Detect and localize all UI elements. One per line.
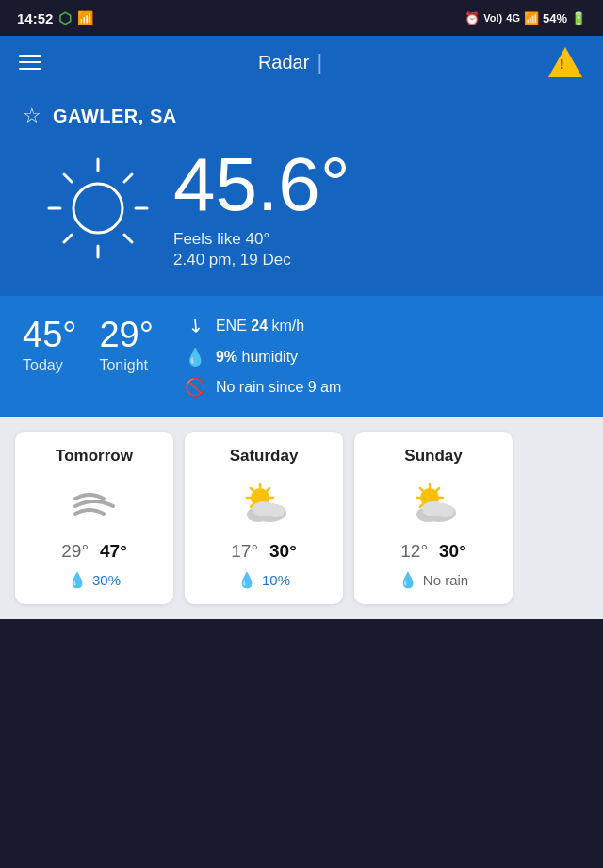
- tonight-col: 29° Tonight: [99, 315, 153, 374]
- forecast-card-saturday[interactable]: Saturday 17° 30°: [185, 432, 343, 604]
- forecast-temps-tomorrow: 29° 47°: [61, 541, 126, 562]
- sun-icon: [23, 152, 173, 265]
- forecast-temps-saturday: 17° 30°: [231, 541, 296, 562]
- svg-line-7: [64, 235, 72, 242]
- svg-line-17: [251, 504, 253, 507]
- forecast-rain-label-saturday: 10%: [262, 572, 290, 588]
- today-label: Today: [23, 357, 63, 374]
- forecast-low-tomorrow: 29°: [61, 541, 89, 562]
- nav-divider: |: [317, 50, 322, 74]
- forecast-rain-tomorrow: 💧 30%: [68, 571, 121, 589]
- status-bar: 14:52 ⬡ 📶 ⏰ Vol) 4G 📶 54% 🔋: [0, 0, 603, 36]
- status-time: 14:52: [17, 10, 53, 26]
- wind-row: ↖ ENE 24 km/h: [184, 315, 580, 337]
- forecast-low-sunday: 12°: [400, 541, 428, 562]
- signal-icon: 📶: [524, 11, 539, 25]
- forecast-high-tomorrow: 47°: [100, 541, 127, 562]
- forecast-section: Tomorrow 29° 47° 💧 30% Saturday: [0, 417, 603, 619]
- battery-icon: 🔋: [571, 11, 586, 25]
- alarm-icon: ⏰: [464, 11, 480, 25]
- app-icon-1: ⬡: [58, 9, 72, 27]
- humidity-row: 💧 9% humidity: [184, 347, 580, 368]
- battery-percent: 54%: [543, 11, 567, 25]
- today-tonight: 45° Today 29° Tonight: [23, 315, 154, 374]
- wind-value: ENE 24 km/h: [216, 318, 304, 335]
- forecast-rain-saturday: 💧 10%: [237, 571, 290, 589]
- svg-line-27: [420, 488, 423, 491]
- network-icon: 4G: [506, 12, 520, 24]
- wind-icon: ↖: [179, 310, 211, 342]
- forecast-day-saturday: Saturday: [230, 447, 299, 466]
- forecast-rain-sunday: 💧 No rain: [399, 571, 468, 589]
- forecast-high-sunday: 30°: [439, 541, 466, 562]
- main-temperature: 45.6°: [173, 147, 580, 222]
- svg-line-16: [267, 488, 269, 491]
- warning-icon: [548, 47, 582, 77]
- svg-point-8: [73, 184, 122, 233]
- forecast-icon-saturday: [234, 477, 294, 530]
- weather-main: ☆ GAWLER, SA 45.6° Feels like 40° 2.40 p…: [0, 89, 603, 296]
- tonight-label: Tonight: [99, 357, 148, 374]
- svg-line-6: [124, 174, 132, 182]
- rain-drop-icon-saturday: 💧: [237, 571, 256, 589]
- menu-button[interactable]: [19, 55, 41, 70]
- rain-row: 🚫 No rain since 9 am: [184, 377, 580, 398]
- forecast-high-saturday: 30°: [269, 541, 297, 562]
- svg-line-29: [436, 488, 439, 491]
- forecast-day-sunday: Sunday: [404, 447, 462, 466]
- forecast-icon-tomorrow: [66, 477, 122, 530]
- vol-icon: Vol): [483, 12, 502, 24]
- status-right: ⏰ Vol) 4G 📶 54% 🔋: [464, 11, 586, 25]
- today-high: 45°: [23, 315, 76, 355]
- tonight-low: 29°: [99, 315, 153, 355]
- forecast-card-tomorrow[interactable]: Tomorrow 29° 47° 💧 30%: [15, 432, 173, 604]
- svg-line-14: [251, 488, 253, 491]
- humidity-icon: 💧: [184, 347, 206, 368]
- today-col: 45° Today: [23, 315, 76, 374]
- rain-value: No rain since 9 am: [216, 379, 341, 396]
- forecast-icon-sunday: [403, 477, 464, 530]
- weather-content: 45.6° Feels like 40° 2.40 pm, 19 Dec: [23, 147, 580, 270]
- weather-details: ↖ ENE 24 km/h 💧 9% humidity 🚫 No rain si…: [154, 315, 580, 398]
- rain-drop-icon-tomorrow: 💧: [68, 571, 87, 589]
- date-time: 2.40 pm, 19 Dec: [173, 251, 580, 270]
- svg-point-34: [435, 504, 454, 517]
- feels-like: Feels like 40°: [173, 230, 580, 249]
- forecast-day-tomorrow: Tomorrow: [56, 447, 133, 466]
- nav-title: Radar: [258, 52, 309, 74]
- no-rain-icon: 🚫: [184, 377, 206, 398]
- forecast-rain-label-sunday: No rain: [423, 572, 468, 588]
- forecast-card-sunday[interactable]: Sunday 12° 30°: [354, 432, 513, 604]
- location-name: GAWLER, SA: [53, 106, 177, 127]
- forecast-temps-sunday: 12° 30°: [400, 541, 465, 562]
- wifi-icon: 📶: [77, 10, 93, 25]
- svg-line-30: [420, 504, 423, 507]
- warning-button[interactable]: [546, 45, 584, 79]
- forecast-rain-label-tomorrow: 30%: [92, 572, 121, 588]
- svg-point-21: [266, 504, 285, 517]
- favorite-icon[interactable]: ☆: [23, 104, 41, 128]
- svg-line-5: [124, 235, 132, 242]
- top-nav: Radar |: [0, 36, 603, 89]
- daily-section: 45° Today 29° Tonight ↖ ENE 24 km/h 💧 9%…: [0, 296, 603, 417]
- no-rain-icon-sunday: 💧: [399, 571, 417, 589]
- temp-info: 45.6° Feels like 40° 2.40 pm, 19 Dec: [173, 147, 580, 270]
- status-left: 14:52 ⬡ 📶: [17, 9, 93, 27]
- forecast-low-saturday: 17°: [231, 541, 258, 562]
- svg-line-4: [64, 174, 72, 182]
- humidity-value: 9% humidity: [216, 349, 298, 366]
- location-row: ☆ GAWLER, SA: [23, 104, 580, 128]
